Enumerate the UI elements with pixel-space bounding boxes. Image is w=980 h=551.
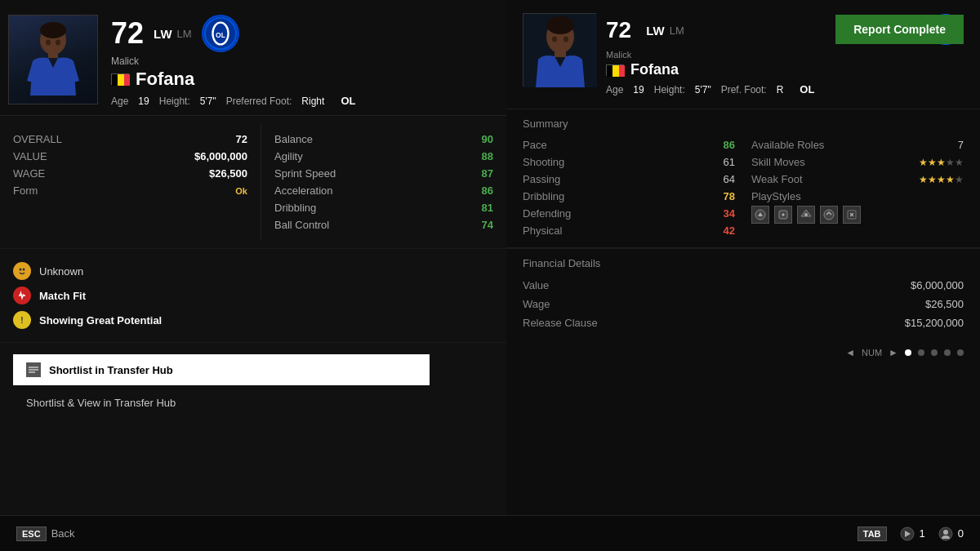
- shooting-value: 61: [724, 156, 735, 168]
- svg-rect-31: [619, 65, 625, 77]
- flag-name-row: Fofana: [111, 69, 490, 90]
- playstyle-icon-1: [751, 206, 769, 224]
- page-prev-arrow[interactable]: ◄: [845, 347, 855, 358]
- dribbling-row: Dribbling 81: [274, 199, 493, 216]
- svg-rect-19: [29, 371, 35, 373]
- fitness-status: Match Fit: [13, 283, 493, 308]
- dribbling-summary-row: Dribbling 78: [523, 188, 735, 205]
- physical-value: 42: [724, 224, 735, 237]
- player-height: 5'7": [200, 96, 216, 107]
- ball-control-value: 74: [482, 219, 493, 231]
- svg-point-3: [46, 40, 51, 46]
- form-value: Ok: [235, 186, 247, 196]
- left-panel: 72 LW LM OL Malick: [0, 0, 506, 551]
- defending-row: Defending 34: [523, 205, 735, 222]
- fitness-icon: [13, 287, 31, 304]
- overall-value: 72: [236, 133, 247, 145]
- playstyle-icon-3: [797, 206, 815, 224]
- right-panel: Report Complete 72 LW: [506, 0, 980, 551]
- financial-release: $15,200,000: [905, 317, 964, 329]
- potential-icon: !: [13, 311, 31, 329]
- back-control: ESC Back: [16, 527, 75, 541]
- shortlist-icon: [26, 362, 41, 377]
- nationality-flag: [111, 73, 129, 85]
- skill-moves-stars: ★★★★★: [919, 156, 964, 168]
- page-dot-1: [905, 349, 911, 356]
- svg-text:OL: OL: [216, 31, 225, 39]
- right-flag-name: Fofana: [606, 61, 964, 78]
- financial-value-row: Value $6,000,000: [523, 276, 964, 295]
- svg-rect-10: [124, 74, 130, 86]
- position-secondary: LM: [177, 28, 192, 40]
- svg-point-13: [23, 269, 25, 271]
- right-player-meta: Age 19 Height: 5'7" Pref. Foot: R OL: [606, 83, 964, 96]
- page-next-arrow[interactable]: ►: [889, 347, 898, 358]
- page-dot-5: [957, 349, 964, 356]
- right-nationality-flag: [606, 64, 624, 76]
- financial-wage-row: Wage $26,500: [523, 295, 964, 313]
- fitness-label: Match Fit: [39, 290, 86, 302]
- financial-title: Financial Details: [523, 257, 964, 269]
- svg-point-25: [564, 37, 568, 42]
- ball-control-row: Ball Control 74: [274, 216, 493, 233]
- right-pos-secondary: LM: [670, 24, 684, 37]
- agility-row: Agility 88: [274, 148, 493, 165]
- potential-status: ! Showing Great Potential: [13, 308, 493, 332]
- svg-rect-23: [555, 50, 566, 57]
- svg-rect-2: [48, 51, 58, 58]
- stats-left: OVERALL 72 VALUE $6,000,000 WAGE $26,500…: [0, 124, 261, 240]
- agility-value: 88: [482, 150, 493, 162]
- right-player-rating: 72: [606, 17, 631, 43]
- person-icon: [938, 527, 953, 541]
- svg-text:!: !: [20, 316, 23, 325]
- form-row: Form Ok: [13, 182, 247, 199]
- right-club-abbr: OL: [800, 83, 814, 96]
- page-dot-4: [944, 349, 951, 356]
- shortlist-button-label: Shortlist in Transfer Hub: [49, 364, 173, 376]
- dribbling-summary-value: 78: [724, 190, 735, 202]
- back-label: Back: [51, 527, 75, 540]
- report-complete-button[interactable]: Report Complete: [835, 15, 964, 44]
- page-dot-2: [918, 349, 924, 356]
- financial-section: Financial Details Value $6,000,000 Wage …: [506, 248, 980, 340]
- summary-title: Summary: [523, 118, 964, 130]
- player-meta: Age 19 Height: 5'7" Preferred Foot: Righ…: [111, 95, 490, 107]
- svg-point-12: [20, 269, 22, 271]
- player-age: 19: [138, 96, 149, 107]
- count1: 1: [920, 527, 925, 540]
- financial-wage: $26,500: [925, 298, 964, 310]
- player-last-name: Fofana: [136, 69, 194, 90]
- page-dot-3: [931, 349, 938, 356]
- player-first-name: Malick: [111, 56, 490, 67]
- scouting-status: Unknown: [13, 259, 493, 283]
- club-abbreviation: OL: [341, 95, 355, 107]
- shortlist-view-transfer-hub-button[interactable]: Shortlist & View in Transfer Hub: [13, 392, 493, 414]
- skill-moves-row: Skill Moves ★★★★★: [751, 153, 964, 171]
- svg-rect-17: [29, 367, 38, 368]
- pace-value: 86: [724, 139, 735, 151]
- weak-foot-stars: ★★★★★: [919, 173, 964, 185]
- right-pos-primary: LW: [646, 24, 665, 38]
- available-roles-row: Available Roles 7: [751, 136, 964, 153]
- player-foot: Right: [301, 96, 324, 107]
- wage-label: Wage: [523, 298, 550, 310]
- svg-point-22: [546, 16, 574, 34]
- right-player-photo: [523, 13, 596, 87]
- weak-foot-row: Weak Foot ★★★★★: [751, 171, 964, 188]
- right-height: 5'7": [695, 84, 711, 96]
- summary-section: Summary Pace 86 Shooting 61 Passing 64 D…: [506, 109, 980, 247]
- shortlist-transfer-hub-button[interactable]: Shortlist in Transfer Hub: [13, 354, 430, 385]
- svg-rect-29: [607, 65, 612, 77]
- svg-rect-18: [29, 369, 38, 371]
- shortlist-view-label: Shortlist & View in Transfer Hub: [26, 397, 176, 409]
- svg-rect-9: [118, 74, 124, 86]
- physical-row: Physical 42: [523, 222, 735, 239]
- right-age: 19: [633, 84, 644, 96]
- wage-row: WAGE $26,500: [13, 165, 247, 182]
- nav-icon: [900, 527, 915, 541]
- svg-point-41: [943, 530, 948, 535]
- esc-key: ESC: [16, 527, 47, 541]
- sprint-speed-value: 87: [482, 167, 493, 180]
- right-last-name: Fofana: [630, 61, 679, 78]
- right-positions: LW LM: [646, 24, 684, 38]
